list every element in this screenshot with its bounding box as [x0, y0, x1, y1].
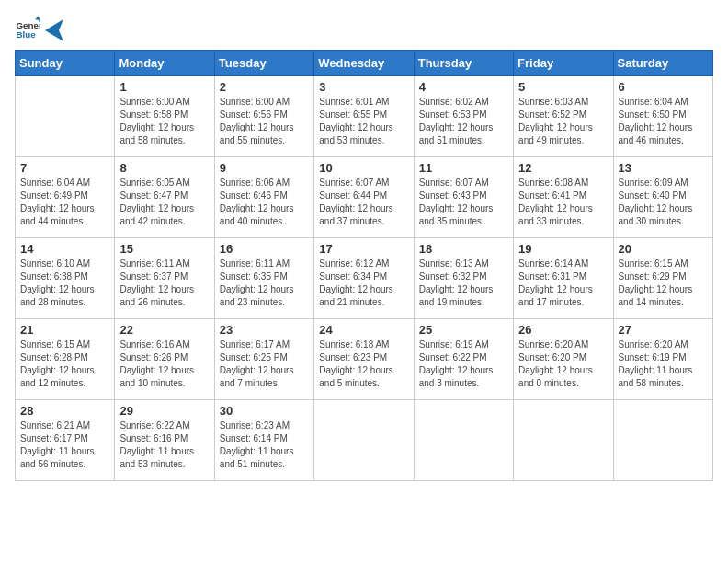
calendar-cell: 9Sunrise: 6:06 AMSunset: 6:46 PMDaylight…: [214, 157, 313, 238]
calendar-week-row: 1Sunrise: 6:00 AMSunset: 6:58 PMDaylight…: [16, 76, 713, 157]
day-number: 20: [619, 242, 708, 256]
calendar-cell: [16, 76, 115, 157]
calendar-day-header: Thursday: [414, 51, 513, 76]
day-info: Sunrise: 6:12 AMSunset: 6:34 PMDaylight:…: [319, 258, 408, 309]
day-number: 2: [220, 80, 309, 94]
day-number: 22: [119, 323, 209, 337]
calendar-cell: 10Sunrise: 6:07 AMSunset: 6:44 PMDayligh…: [314, 157, 414, 238]
calendar-cell: 26Sunrise: 6:20 AMSunset: 6:20 PMDayligh…: [514, 319, 613, 400]
calendar-day-header: Monday: [115, 51, 214, 76]
calendar-cell: 19Sunrise: 6:14 AMSunset: 6:31 PMDayligh…: [514, 238, 613, 319]
calendar-cell: 30Sunrise: 6:23 AMSunset: 6:14 PMDayligh…: [214, 400, 313, 481]
logo-bird-icon: [45, 19, 63, 41]
day-number: 15: [119, 242, 209, 256]
day-info: Sunrise: 6:11 AMSunset: 6:37 PMDaylight:…: [119, 258, 209, 309]
calendar-cell: 23Sunrise: 6:17 AMSunset: 6:25 PMDayligh…: [214, 319, 313, 400]
day-number: 30: [220, 404, 309, 418]
day-number: 11: [419, 161, 508, 175]
day-number: 23: [220, 323, 309, 337]
calendar-table: SundayMondayTuesdayWednesdayThursdayFrid…: [15, 50, 713, 481]
day-info: Sunrise: 6:18 AMSunset: 6:23 PMDaylight:…: [319, 339, 408, 390]
day-number: 26: [518, 323, 608, 337]
day-number: 14: [20, 242, 109, 256]
day-number: 6: [619, 80, 708, 94]
day-info: Sunrise: 6:13 AMSunset: 6:32 PMDaylight:…: [419, 258, 508, 309]
day-number: 9: [220, 161, 309, 175]
calendar-cell: 1Sunrise: 6:00 AMSunset: 6:58 PMDaylight…: [115, 76, 214, 157]
day-info: Sunrise: 6:23 AMSunset: 6:14 PMDaylight:…: [220, 419, 309, 471]
calendar-cell: 7Sunrise: 6:04 AMSunset: 6:49 PMDaylight…: [16, 157, 115, 238]
calendar-cell: 5Sunrise: 6:03 AMSunset: 6:52 PMDaylight…: [514, 76, 613, 157]
day-number: 12: [518, 161, 608, 175]
calendar-cell: [613, 400, 712, 481]
day-info: Sunrise: 6:20 AMSunset: 6:20 PMDaylight:…: [518, 339, 608, 390]
day-info: Sunrise: 6:07 AMSunset: 6:43 PMDaylight:…: [419, 177, 508, 228]
day-info: Sunrise: 6:17 AMSunset: 6:25 PMDaylight:…: [220, 339, 309, 390]
logo-icon: General Blue: [15, 15, 40, 40]
day-info: Sunrise: 6:04 AMSunset: 6:50 PMDaylight:…: [619, 96, 708, 147]
day-info: Sunrise: 6:07 AMSunset: 6:44 PMDaylight:…: [319, 177, 408, 228]
day-number: 24: [319, 323, 408, 337]
day-number: 5: [518, 80, 608, 94]
day-number: 19: [518, 242, 608, 256]
day-info: Sunrise: 6:15 AMSunset: 6:28 PMDaylight:…: [20, 339, 109, 390]
calendar-day-header: Wednesday: [314, 51, 414, 76]
day-number: 28: [20, 404, 109, 418]
day-number: 8: [119, 161, 209, 175]
calendar-cell: 24Sunrise: 6:18 AMSunset: 6:23 PMDayligh…: [314, 319, 414, 400]
day-number: 13: [619, 161, 708, 175]
day-number: 7: [20, 161, 109, 175]
calendar-cell: 22Sunrise: 6:16 AMSunset: 6:26 PMDayligh…: [115, 319, 214, 400]
day-info: Sunrise: 6:03 AMSunset: 6:52 PMDaylight:…: [518, 96, 608, 147]
calendar-cell: [414, 400, 513, 481]
day-number: 27: [619, 323, 708, 337]
day-info: Sunrise: 6:00 AMSunset: 6:58 PMDaylight:…: [119, 96, 209, 147]
day-number: 29: [119, 404, 209, 418]
calendar-week-row: 14Sunrise: 6:10 AMSunset: 6:38 PMDayligh…: [16, 238, 713, 319]
calendar-cell: 3Sunrise: 6:01 AMSunset: 6:55 PMDaylight…: [314, 76, 414, 157]
calendar-cell: 2Sunrise: 6:00 AMSunset: 6:56 PMDaylight…: [214, 76, 313, 157]
day-number: 25: [419, 323, 508, 337]
day-info: Sunrise: 6:05 AMSunset: 6:47 PMDaylight:…: [119, 177, 209, 228]
calendar-cell: 16Sunrise: 6:11 AMSunset: 6:35 PMDayligh…: [214, 238, 313, 319]
day-number: 21: [20, 323, 109, 337]
svg-marker-4: [45, 19, 63, 41]
calendar-cell: 6Sunrise: 6:04 AMSunset: 6:50 PMDaylight…: [613, 76, 712, 157]
day-info: Sunrise: 6:22 AMSunset: 6:16 PMDaylight:…: [119, 419, 209, 471]
calendar-day-header: Tuesday: [214, 51, 313, 76]
day-info: Sunrise: 6:20 AMSunset: 6:19 PMDaylight:…: [619, 339, 708, 390]
day-number: 17: [319, 242, 408, 256]
calendar-cell: 8Sunrise: 6:05 AMSunset: 6:47 PMDaylight…: [115, 157, 214, 238]
logo: General Blue: [15, 15, 64, 40]
calendar-day-header: Friday: [514, 51, 613, 76]
calendar-cell: 4Sunrise: 6:02 AMSunset: 6:53 PMDaylight…: [414, 76, 513, 157]
day-number: 1: [119, 80, 209, 94]
calendar-cell: 11Sunrise: 6:07 AMSunset: 6:43 PMDayligh…: [414, 157, 513, 238]
day-info: Sunrise: 6:04 AMSunset: 6:49 PMDaylight:…: [20, 177, 109, 228]
calendar-week-row: 28Sunrise: 6:21 AMSunset: 6:17 PMDayligh…: [16, 400, 713, 481]
day-number: 10: [319, 161, 408, 175]
day-info: Sunrise: 6:01 AMSunset: 6:55 PMDaylight:…: [319, 96, 408, 147]
calendar-cell: [314, 400, 414, 481]
day-info: Sunrise: 6:11 AMSunset: 6:35 PMDaylight:…: [220, 258, 309, 309]
calendar-cell: [514, 400, 613, 481]
day-info: Sunrise: 6:16 AMSunset: 6:26 PMDaylight:…: [119, 339, 209, 390]
day-info: Sunrise: 6:06 AMSunset: 6:46 PMDaylight:…: [220, 177, 309, 228]
day-info: Sunrise: 6:21 AMSunset: 6:17 PMDaylight:…: [20, 419, 109, 471]
calendar-cell: 20Sunrise: 6:15 AMSunset: 6:29 PMDayligh…: [613, 238, 712, 319]
day-number: 4: [419, 80, 508, 94]
day-info: Sunrise: 6:15 AMSunset: 6:29 PMDaylight:…: [619, 258, 708, 309]
calendar-cell: 28Sunrise: 6:21 AMSunset: 6:17 PMDayligh…: [16, 400, 115, 481]
day-info: Sunrise: 6:02 AMSunset: 6:53 PMDaylight:…: [419, 96, 508, 147]
calendar-cell: 21Sunrise: 6:15 AMSunset: 6:28 PMDayligh…: [16, 319, 115, 400]
calendar-cell: 15Sunrise: 6:11 AMSunset: 6:37 PMDayligh…: [115, 238, 214, 319]
page-header: General Blue: [15, 15, 713, 40]
calendar-cell: 29Sunrise: 6:22 AMSunset: 6:16 PMDayligh…: [115, 400, 214, 481]
calendar-day-header: Sunday: [16, 51, 115, 76]
day-info: Sunrise: 6:10 AMSunset: 6:38 PMDaylight:…: [20, 258, 109, 309]
day-info: Sunrise: 6:19 AMSunset: 6:22 PMDaylight:…: [419, 339, 508, 390]
calendar-cell: 18Sunrise: 6:13 AMSunset: 6:32 PMDayligh…: [414, 238, 513, 319]
calendar-cell: 25Sunrise: 6:19 AMSunset: 6:22 PMDayligh…: [414, 319, 513, 400]
day-number: 3: [319, 80, 408, 94]
calendar-header-row: SundayMondayTuesdayWednesdayThursdayFrid…: [16, 51, 713, 76]
